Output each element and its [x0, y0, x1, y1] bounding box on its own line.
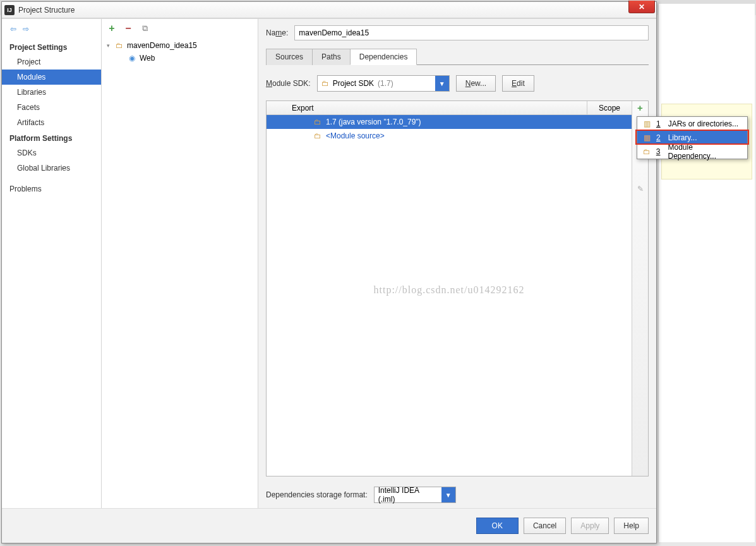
module-detail-panel: Name: Sources Paths Dependencies Module …	[258, 19, 656, 508]
edit-dependency-icon[interactable]: ✎	[633, 182, 648, 196]
popup-label: Module Dependency...	[668, 143, 742, 161]
add-module-icon[interactable]: +	[107, 23, 117, 33]
project-structure-dialog: IJ Project Structure ✕ ⇦ ⇨ Project Setti…	[1, 1, 657, 543]
module-tabs: Sources Paths Dependencies	[266, 48, 649, 65]
sdk-version: (1.7)	[378, 79, 393, 88]
help-button[interactable]: Help	[614, 518, 649, 534]
name-label: Name:	[266, 28, 288, 37]
module-folder-icon: 🗀	[114, 41, 124, 50]
storage-value: IntelliJ IDEA (.iml)	[378, 486, 438, 504]
nav-item-sdks[interactable]: SDKs	[2, 145, 101, 161]
folder-icon: 🗀	[313, 118, 322, 126]
popup-key: 1	[656, 119, 661, 128]
settings-sidebar: ⇦ ⇨ Project Settings Project Modules Lib…	[2, 19, 102, 508]
tree-toolbar: + − ⧉	[102, 19, 258, 38]
nav-item-problems[interactable]: Problems	[2, 181, 101, 196]
dep-row-text: <Module source>	[326, 131, 385, 140]
dialog-button-bar: OK Cancel Apply Help	[2, 508, 656, 543]
close-button[interactable]: ✕	[628, 1, 655, 13]
popup-key: 3	[656, 147, 661, 156]
nav-item-libraries[interactable]: Libraries	[2, 85, 101, 100]
jars-icon: ▥	[642, 119, 651, 128]
module-tree-panel: + − ⧉ ▾ 🗀 mavenDemo_idea15 ◉ Web	[102, 19, 258, 508]
tree-facet-label: Web	[140, 54, 155, 63]
sdk-value: Project SDK	[333, 79, 374, 88]
nav-item-facets[interactable]: Facets	[2, 100, 101, 115]
module-name-input[interactable]	[294, 25, 649, 40]
ok-button[interactable]: OK	[476, 518, 519, 534]
web-facet-icon: ◉	[127, 54, 137, 63]
col-export[interactable]: Export	[267, 101, 587, 114]
dep-row-sdk[interactable]: 🗀 1.7 (java version "1.7.0_79")	[267, 115, 632, 129]
remove-module-icon[interactable]: −	[123, 23, 133, 33]
tree-facet-row[interactable]: ◉ Web	[104, 52, 255, 64]
popup-item-jars[interactable]: ▥ 1 JARs or directories...	[637, 117, 747, 131]
nav-forward-icon[interactable]: ⇨	[21, 24, 31, 34]
module-sdk-combo[interactable]: 🗀 Project SDK (1.7) ▼	[317, 75, 450, 92]
app-icon: IJ	[4, 5, 15, 15]
window-title: Project Structure	[18, 6, 75, 15]
sdk-folder-icon: 🗀	[321, 79, 329, 88]
titlebar: IJ Project Structure ✕	[2, 2, 656, 18]
dep-table-header: Export Scope	[267, 101, 632, 115]
module-icon: 🗀	[642, 147, 651, 156]
apply-button: Apply	[571, 518, 609, 534]
nav-section-platform: Platform Settings	[2, 130, 101, 145]
watermark-text: http://blog.csdn.net/u014292162	[374, 284, 525, 296]
nav-item-project[interactable]: Project	[2, 54, 101, 70]
nav-item-modules[interactable]: Modules	[2, 70, 101, 85]
dep-row-text: 1.7 (java version "1.7.0_79")	[326, 118, 421, 126]
chevron-down-icon: ▼	[435, 76, 449, 91]
popup-key: 2	[656, 133, 661, 142]
add-dependency-icon[interactable]: +	[633, 101, 648, 115]
folder-icon: 🗀	[313, 131, 322, 140]
module-tree: ▾ 🗀 mavenDemo_idea15 ◉ Web	[102, 38, 258, 508]
storage-label: Dependencies storage format:	[266, 490, 368, 499]
cancel-button[interactable]: Cancel	[524, 518, 566, 534]
new-sdk-button[interactable]: New...	[456, 75, 496, 92]
popup-label: Library...	[668, 133, 697, 142]
edit-sdk-button[interactable]: Edit	[502, 75, 534, 92]
tree-module-row[interactable]: ▾ 🗀 mavenDemo_idea15	[104, 39, 255, 52]
tab-sources[interactable]: Sources	[266, 49, 313, 65]
add-dependency-popup: ▥ 1 JARs or directories... ▦ 2 Library..…	[637, 116, 748, 159]
nav-item-artifacts[interactable]: Artifacts	[2, 115, 101, 130]
tree-module-label: mavenDemo_idea15	[127, 41, 197, 50]
dialog-body: ⇦ ⇨ Project Settings Project Modules Lib…	[2, 18, 656, 508]
editor-background	[658, 4, 755, 542]
dep-row-module-source[interactable]: 🗀 <Module source>	[267, 129, 632, 143]
tab-dependencies[interactable]: Dependencies	[350, 49, 417, 65]
nav-item-global-libraries[interactable]: Global Libraries	[2, 161, 101, 176]
tab-paths[interactable]: Paths	[312, 49, 351, 65]
library-icon: ▦	[642, 133, 651, 142]
sdk-label: Module SDK:	[266, 79, 311, 88]
tree-collapse-icon[interactable]: ▾	[107, 42, 114, 49]
copy-module-icon[interactable]: ⧉	[140, 23, 150, 33]
nav-back-icon[interactable]: ⇦	[8, 24, 18, 34]
popup-item-module-dep[interactable]: 🗀 3 Module Dependency...	[637, 145, 747, 159]
popup-label: JARs or directories...	[668, 119, 738, 128]
chevron-down-icon: ▼	[441, 487, 455, 502]
col-scope[interactable]: Scope	[587, 101, 632, 114]
storage-format-combo[interactable]: IntelliJ IDEA (.iml) ▼	[374, 487, 456, 503]
dependencies-table: Export Scope 🗀 1.7 (java version "1.7.0_…	[266, 100, 649, 476]
nav-section-project: Project Settings	[2, 39, 101, 54]
